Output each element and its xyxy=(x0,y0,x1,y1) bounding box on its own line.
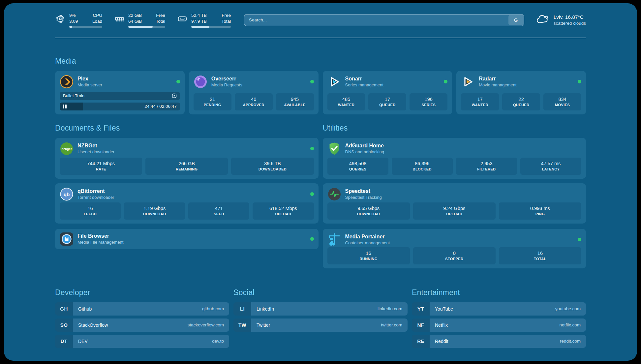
bookmark-netflix[interactable]: NF Netflix netflix.com xyxy=(412,318,586,332)
stat-stopped: 0STOPPED xyxy=(413,247,496,264)
playback-time: 24:44 / 02:06:47 xyxy=(144,104,177,109)
top-bar: 9%CPU 3.09Load xyxy=(55,13,586,28)
cpu-icon xyxy=(55,14,66,25)
stat-upload: 618.52 MbpsUPLOAD xyxy=(253,202,314,220)
bookmark-name: DEV xyxy=(78,339,88,344)
speedtest-card[interactable]: Speedtest Speedtest Tracking 9.65 GbpsDO… xyxy=(323,183,586,224)
radarr-card[interactable]: Radarr Movie management 17WANTED 22QUEUE… xyxy=(456,71,586,114)
bookmark-name: YouTube xyxy=(435,306,453,312)
status-dot xyxy=(578,238,581,241)
app-title: qBittorrent xyxy=(77,188,114,194)
bookmark-abbr: NF xyxy=(412,318,430,332)
section-title-documents: Documents & Files xyxy=(55,124,319,133)
bookmark-url: youtube.com xyxy=(555,306,581,311)
bookmark-abbr: LI xyxy=(233,302,251,316)
overseerr-icon xyxy=(194,75,207,89)
sonarr-icon xyxy=(327,75,341,89)
plex-card[interactable]: Plex Media server Bullet Train 24:44 / 0… xyxy=(55,71,185,114)
sonarr-card[interactable]: Sonarr Series management 485WANTED 17QUE… xyxy=(323,71,452,114)
disk-total-label: Total xyxy=(221,18,231,24)
stat-remaining: 266 GBREMAINING xyxy=(145,158,228,175)
stat-latency: 47.57 msLATENCY xyxy=(520,158,581,175)
bookmark-url: github.com xyxy=(202,306,224,311)
stat-queued: 22QUEUED xyxy=(502,93,540,110)
memory-icon xyxy=(114,14,125,25)
system-stats: 9%CPU 3.09Load xyxy=(55,13,231,28)
app-title: Overseerr xyxy=(211,76,242,82)
dashboard: 9%CPU 3.09Load xyxy=(4,3,637,361)
pause-icon[interactable] xyxy=(63,105,67,108)
app-subtitle: Media server xyxy=(77,82,102,87)
app-subtitle: Usenet downloader xyxy=(77,149,114,154)
stat-pending: 21PENDING xyxy=(194,93,231,110)
stat-approved: 40APPROVED xyxy=(235,93,273,110)
bookmark-github[interactable]: GH Github github.com xyxy=(55,302,229,316)
section-title-entertainment: Entertainment xyxy=(412,288,586,297)
status-dot xyxy=(578,80,581,83)
app-subtitle: Torrent downloader xyxy=(77,195,114,200)
stat-download: 1.19 GbpsDOWNLOAD xyxy=(124,202,185,220)
section-title-social: Social xyxy=(233,288,408,297)
disk-icon xyxy=(177,14,188,25)
bookmark-url: reddit.com xyxy=(560,339,581,344)
stat-blocked: 86,396BLOCKED xyxy=(392,158,453,175)
stat-rate: 744.21 MbpsRATE xyxy=(60,158,142,175)
filebrowser-card[interactable]: File Browser Media File Management xyxy=(55,229,319,249)
stat-queued: 17QUEUED xyxy=(368,93,406,110)
adguard-card[interactable]: AdGuard Home DNS and adblocking 498,508Q… xyxy=(323,138,586,179)
memory-total-label: Total xyxy=(156,18,165,24)
stat-running: 16RUNNING xyxy=(327,247,410,264)
app-title: NZBGet xyxy=(77,143,114,149)
nzbget-card[interactable]: nzbget NZBGet Usenet downloader 744.21 M… xyxy=(55,138,319,179)
bookmark-stackoverflow[interactable]: SO StackOverflow stackoverflow.com xyxy=(55,318,229,332)
bookmark-linkedin[interactable]: LI LinkedIn linkedin.com xyxy=(233,302,408,316)
stat-filtered: 2,953FILTERED xyxy=(456,158,517,175)
memory-progress-fill xyxy=(128,26,153,28)
bookmark-youtube[interactable]: YT YouTube youtube.com xyxy=(412,302,586,316)
app-subtitle: DNS and adblocking xyxy=(345,149,384,154)
bookmark-name: Twitter xyxy=(257,322,270,328)
plex-icon xyxy=(60,75,74,89)
portainer-card[interactable]: Media Portainer Container management 16R… xyxy=(323,229,586,268)
bookmark-dev[interactable]: DT DEV dev.to xyxy=(55,335,229,348)
qbittorrent-card[interactable]: qb qBittorrent Torrent downloader 16LEEC… xyxy=(55,183,319,224)
plex-player-bar: 24:44 / 02:06:47 xyxy=(60,103,180,110)
disk-stat-widget: 52.4 TBFree 97.9 TBTotal xyxy=(177,13,231,28)
bookmark-name: LinkedIn xyxy=(257,306,274,312)
app-subtitle: Series management xyxy=(345,82,383,87)
overseerr-card[interactable]: Overseerr Media Requests 21PENDING 40APP… xyxy=(189,71,319,114)
search-input[interactable] xyxy=(244,14,524,26)
search-provider-button[interactable]: G xyxy=(508,15,524,25)
status-dot xyxy=(310,192,314,196)
weather-condition: scattered clouds xyxy=(554,21,586,26)
bookmark-name: StackOverflow xyxy=(78,322,108,328)
load-label: Load xyxy=(92,18,102,24)
header-divider xyxy=(55,38,586,38)
disk-free: 52.4 TB xyxy=(191,13,207,18)
bookmark-abbr: GH xyxy=(55,302,73,316)
memory-total: 64 GiB xyxy=(128,18,142,24)
memory-free: 22 GiB xyxy=(128,13,142,18)
filebrowser-icon xyxy=(60,232,74,246)
app-title: Sonarr xyxy=(345,76,383,82)
app-subtitle: Container management xyxy=(345,240,390,245)
bookmark-url: netflix.com xyxy=(559,322,581,327)
stat-queries: 498,508QUERIES xyxy=(327,158,388,175)
app-subtitle: Media File Management xyxy=(77,240,123,245)
stat-wanted: 17WANTED xyxy=(461,93,499,110)
app-subtitle: Speedtest Tracking xyxy=(345,195,382,200)
cpu-load: 3.09 xyxy=(69,18,78,24)
stat-movies: 834MOVIES xyxy=(543,93,581,110)
cpu-progress-track xyxy=(69,26,102,28)
status-dot xyxy=(176,80,180,83)
speedtest-icon xyxy=(327,187,341,201)
svg-text:nzbget: nzbget xyxy=(62,147,72,150)
memory-progress-track xyxy=(128,26,165,28)
video-session-icon xyxy=(172,93,177,98)
disk-free-label: Free xyxy=(222,13,231,18)
bookmark-name: Netflix xyxy=(435,322,448,328)
radarr-icon xyxy=(461,75,475,89)
bookmark-url: twitter.com xyxy=(381,322,402,327)
bookmark-twitter[interactable]: TW Twitter twitter.com xyxy=(233,318,408,332)
bookmark-reddit[interactable]: RE Reddit reddit.com xyxy=(412,335,586,348)
